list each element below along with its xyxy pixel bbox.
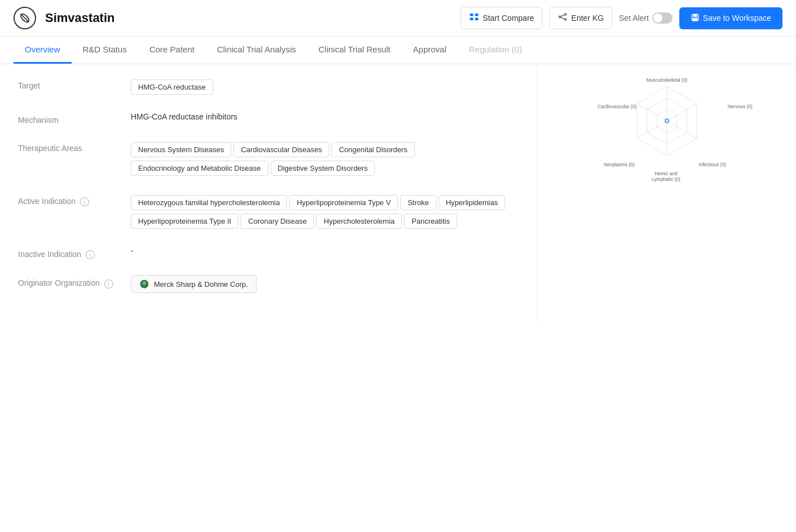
tag-hyperlipoproteinemia-v[interactable]: Hyperlipoproteinemia Type V (289, 195, 398, 210)
save-icon (691, 13, 700, 24)
target-row: Target HMG-CoA reductase (18, 78, 519, 96)
tag-endocrinology[interactable]: Endocrinology and Metabolic Disease (131, 161, 268, 176)
tab-regulation: Regulation (0) (458, 37, 533, 64)
compare-icon (469, 12, 479, 24)
tag-coronary-disease[interactable]: Coronary Disease (241, 214, 314, 229)
tag-hyperlipoproteinemia-ii[interactable]: Hyperlipoproteinemia Type II (131, 214, 238, 229)
tag-stroke[interactable]: Stroke (400, 195, 436, 210)
radar-label-top-right: Nervous (0) (727, 104, 752, 109)
header-actions: Start Compare Enter KG Set Alert Save to… (461, 7, 782, 29)
tab-overview[interactable]: Overview (14, 37, 72, 64)
kg-icon (558, 12, 568, 24)
tab-clinical-trial-analysis[interactable]: Clinical Trial Analysis (206, 37, 307, 64)
tag-nervous-system[interactable]: Nervous System Diseases (131, 142, 231, 157)
right-panel: Musculoskeletal (0) Nervous (0) Cardiova… (537, 64, 796, 322)
save-label: Save to Workspace (703, 14, 771, 23)
inactive-indication-label: Inactive Indication i (18, 246, 131, 259)
originator-tag[interactable]: Merck Sharp & Dohme Corp. (131, 275, 257, 293)
active-indication-values: Heterozygous familial hypercholesterolem… (131, 193, 519, 230)
originator-name: Merck Sharp & Dohme Corp. (154, 280, 248, 289)
mechanism-text: HMG-CoA reductase inhibitors (131, 109, 237, 121)
svg-rect-13 (692, 18, 697, 21)
page-header: Simvastatin Start Compare Enter KG Set A… (0, 0, 796, 37)
radar-label-top-left: Cardiovascular (0) (597, 104, 636, 109)
target-label: Target (18, 78, 131, 90)
compare-label: Start Compare (483, 14, 534, 23)
nav-tabs: Overview R&D Status Core Patent Clinical… (0, 37, 796, 64)
therapeutic-areas-label: Therapeutic Areas (18, 140, 131, 153)
radar-label-bottom-left: Neoplasms (0) (603, 162, 634, 167)
tab-approval[interactable]: Approval (402, 37, 458, 64)
svg-point-6 (559, 16, 561, 18)
alert-label: Set Alert (619, 14, 649, 23)
radar-label-top: Musculoskeletal (0) (646, 77, 687, 83)
enter-kg-button[interactable]: Enter KG (549, 7, 612, 29)
target-value: HMG-CoA reductase (131, 78, 519, 96)
radar-label-bottom-1: Hemic and (655, 171, 678, 176)
drug-title: Simvastatin (45, 11, 115, 25)
drug-icon (14, 7, 36, 29)
kg-label: Enter KG (571, 14, 604, 23)
svg-point-8 (565, 19, 567, 20)
svg-line-10 (561, 17, 565, 19)
tag-congenital[interactable]: Congenital Disorders (331, 142, 414, 157)
tab-core-patent[interactable]: Core Patent (138, 37, 206, 64)
alert-toggle[interactable] (652, 12, 673, 24)
save-to-workspace-button[interactable]: Save to Workspace (679, 7, 782, 29)
inactive-indication-value: - (131, 246, 519, 255)
compare-button[interactable]: Start Compare (461, 7, 542, 29)
tag-heterozygous[interactable]: Heterozygous familial hypercholesterolem… (131, 195, 287, 210)
originator-label: Originator Organization i (18, 275, 131, 288)
tab-rd-status[interactable]: R&D Status (72, 37, 138, 64)
mechanism-value: HMG-CoA reductase inhibitors (131, 112, 519, 121)
radar-label-bottom-right: Infectious (0) (698, 162, 726, 167)
svg-rect-3 (475, 14, 479, 16)
radar-label-bottom-2: Lymphatic (0) (652, 176, 680, 182)
svg-rect-5 (475, 18, 479, 21)
svg-line-9 (561, 15, 565, 16)
svg-line-1 (21, 15, 28, 21)
active-indication-info-icon[interactable]: i (80, 197, 89, 206)
inactive-indication-row: Inactive Indication i - (18, 246, 519, 259)
originator-info-icon[interactable]: i (104, 280, 113, 289)
active-indication-row: Active Indication i Heterozygous familia… (18, 193, 519, 230)
svg-marker-22 (665, 119, 668, 123)
svg-point-15 (144, 282, 145, 284)
active-indication-label: Active Indication i (18, 193, 131, 206)
radar-chart: Musculoskeletal (0) Nervous (0) Cardiova… (546, 73, 787, 186)
svg-point-7 (565, 14, 567, 15)
svg-rect-2 (470, 14, 474, 16)
alert-toggle-wrap: Set Alert (619, 12, 673, 24)
tab-clinical-trial-result[interactable]: Clinical Trial Result (307, 37, 402, 64)
target-tag[interactable]: HMG-CoA reductase (131, 79, 213, 95)
inactive-indication-info-icon[interactable]: i (86, 250, 95, 259)
originator-value: Merck Sharp & Dohme Corp. (131, 275, 519, 293)
tag-cardiovascular[interactable]: Cardiovascular Diseases (233, 142, 329, 157)
radar-svg: Musculoskeletal (0) Nervous (0) Cardiova… (577, 73, 757, 186)
mechanism-row: Mechanism HMG-CoA reductase inhibitors (18, 112, 519, 125)
tag-hypercholesterolemia[interactable]: Hypercholesterolemia (316, 214, 402, 229)
main-content: Target HMG-CoA reductase Mechanism HMG-C… (0, 64, 796, 322)
tag-pancreatitis[interactable]: Pancreatitis (404, 214, 457, 229)
svg-rect-4 (470, 18, 474, 21)
therapeutic-areas-values: Nervous System Diseases Cardiovascular D… (131, 140, 519, 178)
mechanism-label: Mechanism (18, 112, 131, 125)
left-panel: Target HMG-CoA reductase Mechanism HMG-C… (0, 64, 537, 322)
originator-row: Originator Organization i Merck Sharp & … (18, 275, 519, 293)
org-logo-icon (139, 279, 149, 289)
therapeutic-areas-row: Therapeutic Areas Nervous System Disease… (18, 140, 519, 178)
tag-digestive[interactable]: Digestive System Disorders (271, 161, 375, 176)
svg-rect-12 (693, 14, 697, 17)
tag-hyperlipidemias[interactable]: Hyperlipidemias (439, 195, 505, 210)
